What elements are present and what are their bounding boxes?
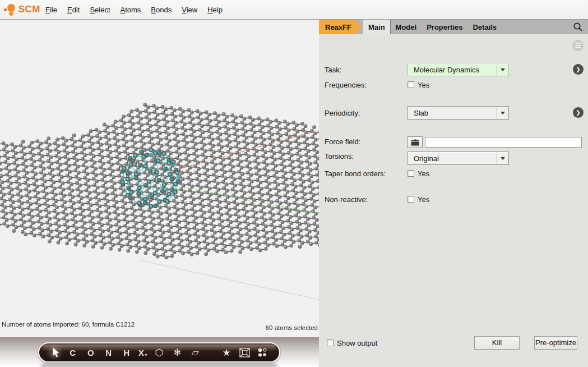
torsions-value: Original: [408, 154, 497, 163]
scm-logo[interactable]: SCM: [0, 0, 40, 19]
tab-details[interactable]: Details: [467, 20, 502, 34]
periodicity-label: Periodicity:: [325, 109, 360, 117]
tab-properties[interactable]: Properties: [422, 20, 467, 34]
taper-bond-orders-checkbox-label[interactable]: Yes: [418, 169, 429, 178]
non-reactive-label: Non-reactive:: [325, 195, 368, 204]
periodicity-detail-button[interactable]: ❯: [573, 107, 584, 118]
molecule-viewer: Number of atoms imported: 60, formula C1…: [0, 20, 319, 337]
show-output-checkbox[interactable]: [327, 340, 334, 346]
force-field-browse-button[interactable]: [408, 136, 423, 148]
frequencies-label: Frequencies:: [325, 81, 367, 89]
status-atoms-imported: Number of atoms imported: 60, formula C1…: [2, 321, 135, 328]
star-tool-icon[interactable]: ★: [217, 343, 235, 361]
app-window: SCM File Edit Select Atoms Bonds View He…: [0, 0, 588, 367]
show-output-label[interactable]: Show output: [337, 339, 377, 347]
molecule-canvas[interactable]: [0, 20, 319, 337]
taper-bond-orders-label: Taper bond orders:: [325, 169, 386, 178]
element-oxygen-button[interactable]: O: [82, 343, 100, 361]
element-x-label: X: [138, 348, 145, 357]
element-nitrogen-button[interactable]: N: [100, 343, 118, 361]
atoms-tool-icon[interactable]: [253, 343, 271, 361]
tabbar: ReaxFF Main Model Properties Details: [319, 20, 588, 34]
torsions-dropdown[interactable]: Original: [408, 152, 509, 165]
menu-edit[interactable]: Edit: [62, 3, 85, 16]
tab-main[interactable]: Main: [363, 20, 391, 34]
menu-file[interactable]: File: [40, 3, 62, 16]
dropdown-arrow-icon: [497, 152, 508, 164]
select-cursor-icon[interactable]: [47, 343, 64, 361]
kill-button[interactable]: Kill: [474, 336, 520, 350]
menu-select[interactable]: Select: [85, 3, 115, 16]
scm-logo-text: SCM: [18, 4, 40, 15]
frequencies-checkbox-label[interactable]: Yes: [418, 81, 429, 89]
force-field-label: Force field:: [325, 137, 360, 146]
ring-tool-icon[interactable]: ⬡: [150, 343, 168, 361]
task-detail-button[interactable]: ❯: [573, 64, 584, 75]
tab-model[interactable]: Model: [391, 20, 422, 34]
element-other-button[interactable]: X ▾: [136, 343, 150, 361]
element-hydrogen-button[interactable]: H: [118, 343, 136, 361]
chevron-down-icon: ▾: [145, 352, 148, 357]
input-panel: ReaxFF Main Model Properties Details Tas…: [319, 20, 588, 367]
element-carbon-button[interactable]: C: [64, 343, 82, 361]
menu-bonds[interactable]: Bonds: [146, 3, 177, 16]
element-toolbar: C O N H X ▾ ⬡ ❄ ▱ ★: [38, 342, 280, 363]
panel-body: Task: Molecular Dynamics ❯ Frequencies: …: [319, 34, 588, 367]
cell-tool-icon[interactable]: [235, 343, 253, 361]
torsions-label: Torsions:: [325, 152, 354, 160]
folder-icon: [411, 139, 419, 146]
freeze-tool-icon[interactable]: ❄: [168, 343, 186, 361]
plane-tool-icon[interactable]: ▱: [186, 343, 204, 361]
taper-bond-orders-checkbox[interactable]: [408, 170, 414, 177]
force-field-input[interactable]: [425, 137, 582, 148]
frequencies-checkbox[interactable]: [408, 81, 414, 88]
menu-help[interactable]: Help: [202, 3, 228, 16]
menu-view[interactable]: View: [177, 3, 202, 16]
toolbar-reflection: [40, 364, 278, 367]
dropdown-arrow-icon: [497, 63, 508, 76]
task-dropdown[interactable]: Molecular Dynamics: [408, 63, 509, 76]
periodicity-dropdown[interactable]: Slab: [408, 106, 509, 120]
dropdown-arrow-icon: [497, 107, 508, 119]
preoptimize-button[interactable]: Pre-optimize: [534, 336, 577, 350]
task-label: Task:: [325, 66, 341, 74]
menu-atoms[interactable]: Atoms: [115, 3, 146, 16]
bottom-strip: C O N H X ▾ ⬡ ❄ ▱ ★: [0, 337, 319, 367]
non-reactive-checkbox-label[interactable]: Yes: [418, 195, 429, 204]
panel-menu-button[interactable]: [572, 40, 584, 51]
task-value: Molecular Dynamics: [408, 66, 497, 74]
module-badge-reaxff[interactable]: ReaxFF: [319, 20, 362, 34]
menubar: SCM File Edit Select Atoms Bonds View He…: [0, 0, 588, 20]
search-icon[interactable]: [573, 22, 583, 32]
periodicity-value: Slab: [408, 109, 497, 117]
scm-logo-icon: [3, 1, 18, 18]
non-reactive-checkbox[interactable]: [408, 196, 414, 203]
status-atoms-selected: 60 atoms selected: [266, 324, 318, 331]
